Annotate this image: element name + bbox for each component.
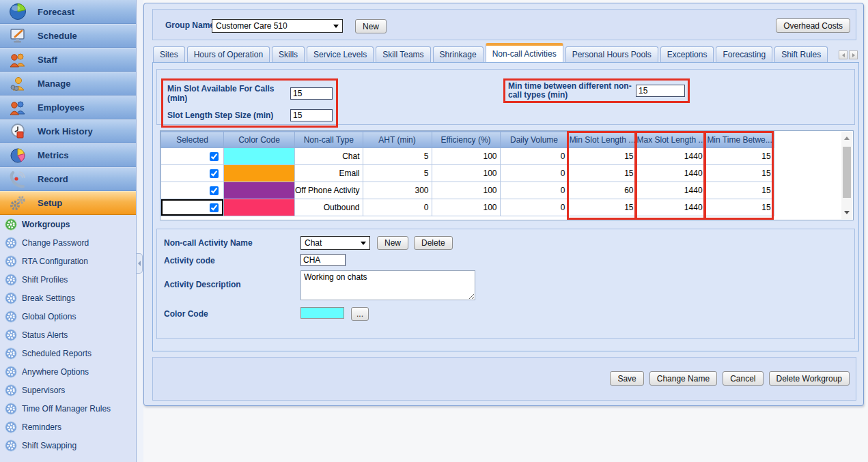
max-slot-cell[interactable]: 1440 [636, 199, 705, 216]
selected-checkbox[interactable] [210, 152, 219, 161]
activity-name-select[interactable]: Chat [300, 236, 370, 250]
overhead-costs-button[interactable]: Overhead Costs [776, 18, 850, 33]
activity-color-swatch[interactable] [300, 307, 344, 319]
save-button[interactable]: Save [610, 371, 643, 386]
selected-checkbox[interactable] [210, 186, 219, 195]
sidebar-splitter[interactable] [137, 0, 143, 462]
delete-activity-button[interactable]: Delete [414, 236, 453, 250]
sidebar-item-break-settings[interactable]: Break Settings [0, 289, 136, 307]
sidebar-item-record[interactable]: Record [0, 167, 136, 191]
tab-shrinkage[interactable]: Shrinkage [433, 46, 484, 63]
non-call-type-cell[interactable]: Email [295, 165, 363, 182]
daily-volume-cell[interactable]: 0 [500, 182, 568, 199]
sidebar-item-rta-configuration[interactable]: RTA Configuration [0, 252, 136, 270]
sidebar-item-shift-swapping[interactable]: Shift Swapping [0, 436, 136, 454]
min-time-cell[interactable]: 15 [705, 182, 774, 199]
col-selected[interactable]: Selected [161, 132, 224, 148]
col-daily-volume[interactable]: Daily Volume [500, 132, 568, 148]
max-slot-cell[interactable]: 1440 [636, 148, 705, 165]
col-min-slot-length[interactable]: Min Slot Length ... [568, 132, 636, 148]
min-slot-cell[interactable]: 60 [568, 182, 636, 199]
sidebar-item-reminders[interactable]: Reminders [0, 418, 136, 436]
efficiency-cell[interactable]: 100 [432, 148, 500, 165]
min-time-between-input[interactable] [636, 85, 685, 97]
daily-volume-cell[interactable]: 0 [500, 199, 568, 216]
sidebar-item-metrics[interactable]: Metrics [0, 143, 136, 167]
sidebar-item-shift-profiles[interactable]: Shift Profiles [0, 270, 136, 289]
tab-forecasting[interactable]: Forecasting [716, 46, 772, 63]
color-picker-button[interactable]: ... [351, 307, 369, 321]
sidebar-collapse-handle[interactable] [137, 253, 143, 274]
aht-cell[interactable]: 5 [363, 165, 432, 182]
tab-scroll-right-button[interactable] [849, 50, 858, 59]
sidebar-item-manage[interactable]: Manage [0, 72, 136, 96]
sidebar-item-staff[interactable]: Staff [0, 48, 136, 72]
tab-service-levels[interactable]: Service Levels [307, 46, 374, 63]
tab-hours-of-operation[interactable]: Hours of Operation [187, 46, 270, 63]
new-activity-button[interactable]: New [377, 236, 408, 250]
col-aht[interactable]: AHT (min) [363, 132, 432, 148]
tab-personal-hours-pools[interactable]: Personal Hours Pools [565, 46, 658, 63]
slot-length-step-input[interactable] [290, 109, 333, 121]
table-scrollbar[interactable] [841, 132, 852, 219]
sidebar-item-workgroups[interactable]: Workgroups [0, 215, 136, 233]
efficiency-cell[interactable]: 100 [432, 165, 500, 182]
aht-cell[interactable]: 5 [363, 148, 432, 165]
min-slot-cell[interactable]: 15 [568, 199, 636, 216]
aht-cell[interactable]: 300 [363, 182, 432, 199]
tab-exceptions[interactable]: Exceptions [660, 46, 714, 63]
non-call-type-cell[interactable]: Outbound [295, 199, 363, 216]
selected-checkbox[interactable] [210, 203, 219, 212]
min-time-cell[interactable]: 15 [705, 148, 774, 165]
group-name-select[interactable]: Customer Care 510 [212, 19, 343, 33]
sidebar-item-work-history[interactable]: Work History [0, 119, 136, 143]
sidebar-item-scheduled-reports[interactable]: Scheduled Reports [0, 344, 136, 362]
max-slot-cell[interactable]: 1440 [636, 165, 705, 182]
color-code-cell[interactable] [224, 165, 295, 182]
aht-cell[interactable]: 0 [363, 199, 432, 216]
selected-checkbox[interactable] [210, 169, 219, 178]
change-name-button[interactable]: Change Name [649, 371, 717, 386]
sidebar-item-employees[interactable]: Employees [0, 96, 136, 119]
tab-shift-rules[interactable]: Shift Rules [774, 46, 828, 63]
sidebar-item-global-options[interactable]: Global Options [0, 307, 136, 326]
sidebar-item-anywhere-options[interactable]: Anywhere Options [0, 362, 136, 381]
daily-volume-cell[interactable]: 0 [500, 148, 568, 165]
max-slot-cell[interactable]: 1440 [636, 182, 705, 199]
min-time-cell[interactable]: 15 [705, 165, 774, 182]
daily-volume-cell[interactable]: 0 [500, 165, 568, 182]
sidebar-item-schedule[interactable]: Schedule [0, 24, 136, 48]
sidebar-item-change-password[interactable]: Change Password [0, 233, 136, 252]
efficiency-cell[interactable]: 100 [432, 182, 500, 199]
non-call-type-cell[interactable]: Chat [295, 148, 363, 165]
color-code-cell[interactable] [224, 182, 295, 199]
delete-workgroup-button[interactable]: Delete Workgroup [769, 371, 850, 386]
activity-code-input[interactable] [300, 254, 346, 266]
color-code-cell[interactable] [224, 148, 295, 165]
activity-description-textarea[interactable]: Working on chats [300, 270, 475, 300]
min-slot-cell[interactable]: 15 [568, 148, 636, 165]
sidebar-item-time-off-manager-rules[interactable]: Time Off Manager Rules [0, 399, 136, 418]
min-slot-cell[interactable]: 15 [568, 165, 636, 182]
sidebar-item-supervisors[interactable]: Supervisors [0, 381, 136, 399]
col-max-slot-length[interactable]: Max Slot Length ... [636, 132, 705, 148]
non-call-type-cell[interactable]: Off Phone Activity [295, 182, 363, 199]
color-code-cell[interactable] [224, 199, 295, 216]
tab-skill-teams[interactable]: Skill Teams [376, 46, 430, 63]
tab-scroll-left-button[interactable] [839, 50, 848, 59]
tab-skills[interactable]: Skills [272, 46, 305, 63]
new-group-button[interactable]: New [355, 19, 387, 33]
min-time-cell[interactable]: 15 [705, 199, 774, 216]
min-slot-available-input[interactable] [290, 87, 333, 100]
cancel-button[interactable]: Cancel [723, 371, 763, 386]
tab-non-call-activities[interactable]: Non-call Activities [486, 43, 563, 63]
col-efficiency[interactable]: Efficiency (%) [432, 132, 500, 148]
scroll-up-button[interactable] [841, 133, 852, 143]
col-color-code[interactable]: Color Code [224, 132, 295, 148]
col-non-call-type[interactable]: Non-call Type [295, 132, 363, 148]
sidebar-item-setup[interactable]: Setup [0, 191, 136, 215]
scrollbar-thumb[interactable] [843, 147, 851, 198]
col-min-time-between[interactable]: Min Time Betwe... [705, 132, 774, 148]
sidebar-item-forecast[interactable]: Forecast [0, 0, 136, 24]
sidebar-item-status-alerts[interactable]: Status Alerts [0, 326, 136, 344]
